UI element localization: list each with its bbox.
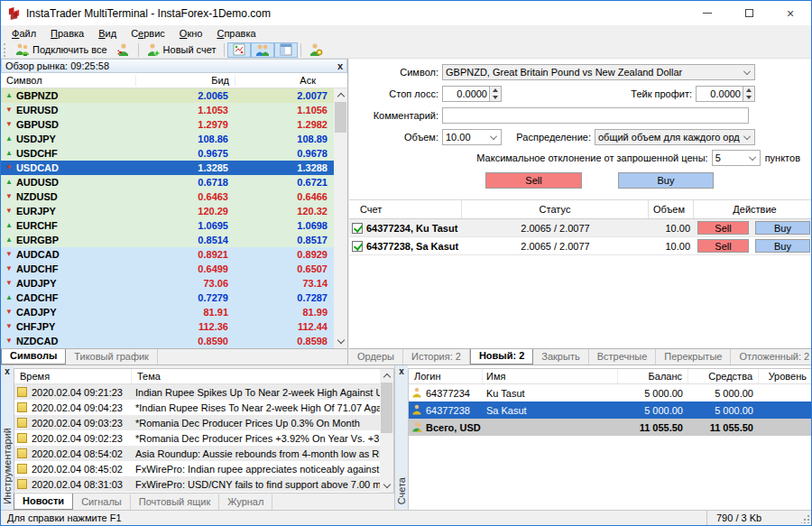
orders-tab[interactable]: Закрыть xyxy=(533,349,588,365)
stop-loss-input[interactable] xyxy=(443,87,489,101)
col-status[interactable]: Статус xyxy=(462,200,649,218)
col-topic[interactable]: Тема xyxy=(132,369,380,383)
market-watch-scrollbar[interactable] xyxy=(334,88,347,348)
spin-up-icon[interactable] xyxy=(743,87,754,94)
col-ask[interactable]: Аск xyxy=(235,75,321,86)
comment-input[interactable] xyxy=(442,107,749,124)
row-buy-button[interactable]: Buy xyxy=(755,239,810,253)
news-tab[interactable]: Журнал xyxy=(219,494,272,510)
market-row[interactable]: ▼EURJPY120.29120.32 xyxy=(1,204,347,218)
news-tab[interactable]: Новости xyxy=(14,494,73,510)
row-sell-button[interactable]: Sell xyxy=(697,221,749,235)
col-equity[interactable]: Средства xyxy=(688,369,759,383)
market-row[interactable]: ▲EURGBP0.85140.8517 xyxy=(1,233,347,247)
toolbar-grip[interactable] xyxy=(4,43,8,57)
col-time[interactable]: Время xyxy=(14,369,132,383)
col-volume[interactable]: Объем xyxy=(649,200,694,218)
scroll-up-icon[interactable] xyxy=(334,88,347,102)
menu-item[interactable]: Файл xyxy=(5,26,43,41)
market-row[interactable]: ▼AUDJPY73.0673.14 xyxy=(1,276,347,291)
col-action[interactable]: Действие xyxy=(694,200,812,218)
col-login[interactable]: Логин xyxy=(409,369,483,383)
col-symbol[interactable]: Символ xyxy=(1,75,136,86)
news-row[interactable]: 2020.02.04 09:04:23*Indian Rupee Rises T… xyxy=(14,400,393,415)
menu-item[interactable]: Сервис xyxy=(124,26,172,41)
toggle-layout-button[interactable] xyxy=(274,42,298,58)
buy-button[interactable]: Buy xyxy=(618,172,714,189)
market-row[interactable]: ▼CHFJPY112.36112.44 xyxy=(1,319,347,334)
order-row[interactable]: 64377238, Sa Kasut2.0065 / 2.007710.00Se… xyxy=(349,237,812,255)
volume-select[interactable]: 10.00 xyxy=(442,129,502,145)
orders-tab[interactable]: Отложенный: 2 xyxy=(731,349,812,365)
orders-tab[interactable]: Перекрытые xyxy=(656,349,731,365)
spin-down-icon[interactable] xyxy=(490,94,501,101)
market-row[interactable]: ▲USDJPY108.86108.89 xyxy=(1,132,347,146)
orders-tab[interactable]: Встречные xyxy=(589,349,657,365)
menu-item[interactable]: Вид xyxy=(91,26,124,41)
menu-item[interactable]: Окно xyxy=(172,26,210,41)
market-row[interactable]: ▲EURCHF1.06951.0698 xyxy=(1,218,347,233)
spin-up-icon[interactable] xyxy=(490,87,501,94)
spin-down-icon[interactable] xyxy=(743,94,754,101)
market-row[interactable]: ▲AUDUSD0.67180.6721 xyxy=(1,175,347,189)
resize-grip[interactable] xyxy=(801,515,809,523)
market-row[interactable]: ▼AUDCHF0.64990.6507 xyxy=(1,262,347,276)
news-row[interactable]: 2020.02.04 09:03:23*Romania Dec Producer… xyxy=(14,415,393,430)
menu-item[interactable]: Правка xyxy=(43,26,91,41)
menu-item[interactable]: Справка xyxy=(209,26,263,41)
toggle-accounts-button[interactable] xyxy=(251,42,274,58)
col-account[interactable]: Счет xyxy=(349,200,462,218)
market-row[interactable]: ▲GBPNZD2.00652.0077 xyxy=(1,88,347,103)
market-watch-tab[interactable]: Символы xyxy=(1,348,66,365)
orders-tab[interactable]: Ордеры xyxy=(349,349,403,365)
row-sell-button[interactable]: Sell xyxy=(697,239,749,253)
market-row[interactable]: ▼GBPUSD1.29791.2982 xyxy=(1,117,347,132)
order-row[interactable]: 64377234, Ku Tasut2.0065 / 2.007710.00Se… xyxy=(349,219,812,237)
market-row[interactable]: ▼EURUSD1.10531.1056 xyxy=(1,103,347,117)
news-row[interactable]: 2020.02.04 08:45:02FxWirePro: Indian rup… xyxy=(14,461,393,476)
new-account-button[interactable]: Новый счет xyxy=(142,42,221,58)
news-row[interactable]: 2020.02.04 09:02:23*Romania Dec Producer… xyxy=(14,430,393,446)
accounts-close-icon[interactable]: x xyxy=(399,367,404,376)
account-row[interactable]: Всего, USD11 055.5011 055.50 xyxy=(409,419,812,436)
market-row[interactable]: ▼AUDCAD0.89210.8929 xyxy=(1,247,347,262)
account-checkbox[interactable] xyxy=(352,241,363,252)
scroll-up-icon[interactable] xyxy=(380,369,393,383)
orders-tab[interactable]: История: 2 xyxy=(403,349,470,365)
orders-tab[interactable]: Новый: 2 xyxy=(470,348,533,365)
toolbox-close-icon[interactable]: x xyxy=(5,367,10,376)
col-bid[interactable]: Бид xyxy=(136,75,235,86)
scroll-thumb[interactable] xyxy=(335,102,346,133)
row-buy-button[interactable]: Buy xyxy=(755,221,810,235)
maximize-button[interactable] xyxy=(728,1,770,25)
market-watch-tab[interactable]: Тиковый график xyxy=(66,349,158,365)
market-row[interactable]: ▼USDCAD1.32851.3288 xyxy=(1,161,347,175)
market-row[interactable]: ▼CADJPY81.9181.99 xyxy=(1,305,347,319)
sell-button[interactable]: Sell xyxy=(485,172,582,189)
market-row[interactable]: ▲CADCHF0.72790.7287 xyxy=(1,291,347,305)
account-checkbox[interactable] xyxy=(352,223,363,234)
news-row[interactable]: 2020.02.04 08:54:02Asia Roundup: Aussie … xyxy=(14,446,393,461)
connect-all-button[interactable]: Подключить все xyxy=(11,42,112,58)
minimize-button[interactable] xyxy=(687,1,728,25)
news-tab[interactable]: Почтовый ящик xyxy=(131,494,219,510)
market-row[interactable]: ▼NZDCAD0.85900.8598 xyxy=(1,334,347,348)
col-balance[interactable]: Баланс xyxy=(618,369,688,383)
news-scrollbar[interactable] xyxy=(380,369,393,493)
disconnect-all-button[interactable] xyxy=(112,42,135,58)
toggle-market-watch-button[interactable] xyxy=(227,42,251,58)
distribution-select[interactable]: общий объем для каждого ордера xyxy=(595,129,755,145)
scroll-down-icon[interactable] xyxy=(380,479,393,493)
take-profit-input[interactable] xyxy=(697,87,743,101)
market-row[interactable]: ▲USDCHF0.96750.9678 xyxy=(1,146,347,161)
deviation-select[interactable]: 5 xyxy=(712,150,761,166)
close-button[interactable]: × xyxy=(770,1,811,25)
account-row[interactable]: 64377234Ku Tasut5 000.005 000.00 xyxy=(409,384,812,401)
symbol-select[interactable]: GBPNZD, Great Britain Pound vs New Zeala… xyxy=(442,64,755,80)
news-row[interactable]: 2020.02.04 09:21:23Indian Rupee Spikes U… xyxy=(14,384,393,400)
scroll-down-icon[interactable] xyxy=(334,335,347,348)
scroll-thumb[interactable] xyxy=(381,383,392,433)
col-level[interactable]: Уровень xyxy=(759,369,812,383)
account-settings-button[interactable] xyxy=(304,42,328,58)
news-row[interactable]: 2020.02.04 08:31:03FxWirePro: USD/CNY fa… xyxy=(14,476,393,492)
